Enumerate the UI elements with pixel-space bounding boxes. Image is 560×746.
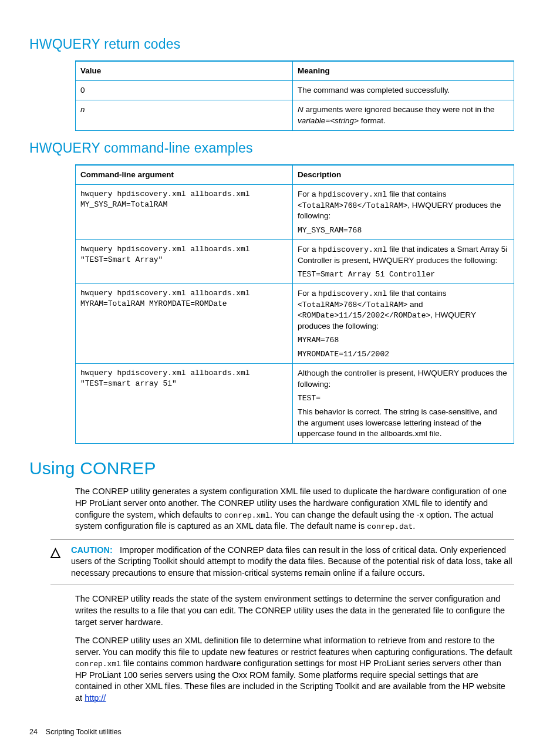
desc-output: MYRAM=768	[298, 335, 509, 346]
table-row: 0 The command was completed successfully…	[76, 81, 514, 100]
desc-code: <ROMDate>11/15/2002</ROMDate>	[298, 311, 430, 320]
desc-output: MY_SYS_RAM=768	[298, 225, 509, 236]
caution-label: CAUTION:	[71, 545, 113, 555]
meaning-n-mid: arguments were ignored because they were…	[303, 105, 495, 114]
desc-text: and	[407, 300, 423, 309]
table-examples: Command-line argument Description hwquer…	[75, 164, 514, 444]
para-conrep-xmldef: The CONREP utility uses an XML definitio…	[75, 635, 514, 704]
table-header-row: Value Meaning	[76, 61, 514, 81]
cell-desc: Although the controller is present, HWQU…	[293, 364, 514, 444]
value-n: n	[80, 105, 85, 114]
cell-arg: hwquery hpdiscovery.xml allboards.xml MY…	[76, 284, 293, 364]
page-footer: 24 Scripting Toolkit utilities	[29, 727, 514, 737]
desc-code: hpdiscovery.xml	[318, 245, 387, 254]
table-row: hwquery hpdiscovery.xml allboards.xml "T…	[76, 240, 514, 284]
col-description: Description	[293, 165, 514, 185]
caution-body: CAUTION: Improper modification of the CO…	[71, 545, 514, 579]
cell-arg: hwquery hpdiscovery.xml allboards.xml MY…	[76, 185, 293, 240]
desc-output: TEST=Smart Array 5i Controller	[298, 269, 509, 280]
cell-value: 0	[76, 81, 293, 100]
caution-block: △ CAUTION: Improper modification of the …	[50, 539, 514, 586]
caution-icon: △	[50, 545, 60, 559]
para-code: conrep.dat	[367, 522, 413, 531]
para-code: conrep.xml	[75, 660, 121, 669]
col-meaning: Meaning	[293, 61, 514, 81]
desc-code: <TotalRAM>768</TotalRAM>	[298, 301, 407, 309]
meaning-n-post: format.	[359, 116, 386, 125]
desc-output: TEST=	[298, 393, 509, 404]
para-conrep-reads: The CONREP utility reads the state of th…	[75, 593, 514, 628]
col-argument: Command-line argument	[76, 165, 293, 185]
meaning-n-var: variable=<string>	[298, 116, 359, 125]
table-row: hwquery hpdiscovery.xml allboards.xml "T…	[76, 364, 514, 444]
cell-arg: hwquery hpdiscovery.xml allboards.xml "T…	[76, 364, 293, 444]
table-row: hwquery hpdiscovery.xml allboards.xml MY…	[76, 284, 514, 364]
desc-text: For a	[298, 289, 318, 298]
para-text: The CONREP utility uses an XML definitio…	[75, 636, 512, 657]
para-text: .	[413, 521, 415, 531]
heading-using-conrep: Using CONREP	[29, 457, 514, 481]
cell-desc: For a hpdiscovery.xml file that contains…	[293, 284, 514, 364]
para-text: file contains common hardware configurat…	[75, 659, 505, 703]
table-return-codes: Value Meaning 0 The command was complete…	[75, 60, 514, 131]
table-row: hwquery hpdiscovery.xml allboards.xml MY…	[76, 185, 514, 240]
page-number: 24	[29, 728, 38, 736]
cell-meaning: N arguments were ignored because they we…	[293, 100, 514, 130]
footer-title: Scripting Toolkit utilities	[46, 728, 122, 736]
desc-code: hpdiscovery.xml	[318, 190, 387, 199]
cell-meaning: The command was completed successfully.	[293, 81, 514, 100]
meaning-n-prefix: N	[298, 105, 303, 114]
desc-text: For a	[298, 190, 318, 198]
cell-desc: For a hpdiscovery.xml file that contains…	[293, 185, 514, 240]
cell-value: n	[76, 100, 293, 130]
link-hp-website[interactable]: http://	[85, 693, 106, 703]
col-value: Value	[76, 61, 293, 81]
desc-text: file that contains	[387, 190, 446, 198]
desc-text: file that contains	[387, 289, 446, 298]
cell-arg: hwquery hpdiscovery.xml allboards.xml "T…	[76, 240, 293, 284]
desc-text: For a	[298, 245, 318, 254]
heading-hwquery-return-codes: HWQUERY return codes	[29, 35, 514, 53]
table-header-row: Command-line argument Description	[76, 165, 514, 185]
para-conrep-intro: The CONREP utility generates a system co…	[75, 486, 514, 532]
cell-desc: For a hpdiscovery.xml file that indicate…	[293, 240, 514, 284]
desc-code: hpdiscovery.xml	[318, 289, 387, 298]
caution-text: Improper modification of the CONREP data…	[71, 545, 512, 578]
desc-text: This behavior is correct. The string is …	[298, 407, 509, 439]
desc-text: Although the controller is present, HWQU…	[298, 369, 507, 388]
table-row: n N arguments were ignored because they …	[76, 100, 514, 130]
heading-hwquery-examples: HWQUERY command-line examples	[29, 139, 514, 157]
desc-output: MYROMDATE=11/15/2002	[298, 349, 509, 360]
desc-code: <TotalRAM>768</TotalRAM>	[298, 201, 407, 210]
para-code: conrep.xml	[224, 511, 270, 520]
